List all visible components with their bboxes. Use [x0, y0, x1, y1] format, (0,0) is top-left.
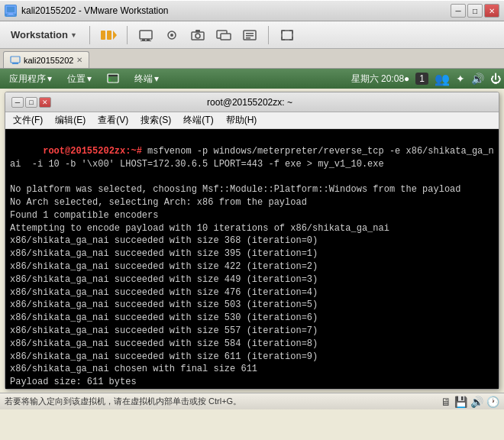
- terminal-menu[interactable]: 终端 ▾: [128, 71, 165, 87]
- svg-text:$ _: $ _: [108, 77, 116, 82]
- term-menu-edit[interactable]: 编辑(E): [50, 113, 90, 128]
- svg-rect-18: [246, 33, 254, 34]
- term-menu-search[interactable]: 搜索(S): [136, 113, 176, 128]
- term-output-6: x86/shikata_ga_nai succeeded with size 3…: [10, 247, 494, 260]
- hdd-icon: 💾: [454, 396, 467, 408]
- statusbar-icons: 🖥 💾 🔊 🕐: [441, 396, 499, 408]
- audio-button[interactable]: [161, 25, 183, 45]
- svg-rect-23: [12, 63, 18, 64]
- window-title: kali20155202 - VMware Workstation: [21, 5, 169, 16]
- location-label: 位置: [67, 73, 86, 86]
- svg-rect-25: [108, 75, 118, 76]
- svg-rect-0: [6, 6, 15, 13]
- workstation-label: Workstation: [11, 29, 68, 40]
- term-menu-view[interactable]: 查看(V): [93, 113, 133, 128]
- svg-rect-6: [140, 31, 152, 39]
- clock-icon: 🕐: [486, 396, 499, 408]
- term-output-1: No platform was selected, choosing Msf::…: [10, 183, 494, 196]
- svg-rect-13: [195, 30, 200, 32]
- term-output-2: No Arch selected, selecting Arch: x86 fr…: [10, 196, 494, 209]
- svg-rect-3: [101, 31, 105, 40]
- settings-button[interactable]: [239, 25, 260, 45]
- apps-label: 应用程序: [9, 73, 46, 86]
- terminal-label: 终端: [134, 73, 153, 86]
- vm-tab-label: kali20155202: [24, 56, 73, 65]
- vmware-toolbar: Workstation ▼: [0, 21, 504, 49]
- workstation-menu[interactable]: Workstation ▼: [6, 28, 82, 42]
- send-ctrlaltdel-button[interactable]: [135, 25, 157, 45]
- workspace-badge[interactable]: 1: [415, 73, 428, 85]
- terminal-command-line: root@20155202zx:~# msfvenom -p windows/m…: [10, 132, 494, 183]
- maximize-button[interactable]: □: [467, 4, 483, 18]
- location-menu[interactable]: 位置 ▾: [61, 71, 98, 87]
- term-output-3: Found 1 compatible encoders: [10, 209, 494, 222]
- title-bar-left: kali20155202 - VMware Workstation: [5, 5, 169, 17]
- day-time-label: 星期六 20:08●: [351, 73, 410, 86]
- apps-arrow: ▾: [47, 73, 52, 84]
- toolbar-sep-2: [127, 26, 128, 44]
- term-output-8: x86/shikata_ga_nai succeeded with size 4…: [10, 273, 494, 286]
- power-icon[interactable]: ⏻: [490, 73, 501, 85]
- vm-tab[interactable]: kali20155202 ✕: [3, 51, 89, 68]
- terminal-win-buttons: ─ □ ✕: [11, 97, 51, 108]
- svg-point-11: [170, 34, 173, 37]
- close-button[interactable]: ✕: [484, 4, 499, 18]
- fullscreen-button[interactable]: [276, 25, 298, 45]
- minimize-button[interactable]: ─: [451, 4, 466, 18]
- term-output-16: Payload size: 611 bytes: [10, 376, 494, 389]
- term-output-14: x86/shikata_ga_nai succeeded with size 6…: [10, 351, 494, 364]
- svg-rect-7: [142, 39, 145, 40]
- svg-rect-19: [246, 35, 254, 37]
- svg-rect-20: [246, 37, 250, 39]
- vm-tab-bar: kali20155202 ✕: [0, 49, 504, 69]
- play-button[interactable]: [98, 25, 119, 45]
- svg-rect-4: [107, 31, 111, 40]
- terminal-prompt: root@20155202zx:~#: [43, 146, 147, 157]
- svg-rect-2: [7, 15, 15, 15]
- terminal-arrow: ▾: [154, 73, 159, 84]
- apps-menu[interactable]: 应用程序 ▾: [3, 71, 58, 87]
- speaker-status-icon: 🔊: [470, 396, 483, 408]
- title-bar: kali20155202 - VMware Workstation ─ □ ✕: [0, 0, 504, 21]
- term-output-9: x86/shikata_ga_nai succeeded with size 4…: [10, 286, 494, 299]
- brightness-icon: ✦: [456, 73, 465, 85]
- users-icon: 👥: [435, 72, 450, 86]
- toolbar-sep-1: [89, 26, 90, 44]
- term-output-10: x86/shikata_ga_nai succeeded with size 5…: [10, 299, 494, 312]
- term-menu-help[interactable]: 帮助(H): [221, 113, 262, 128]
- speaker-icon: 🔊: [471, 73, 484, 85]
- term-menu-terminal[interactable]: 终端(T): [179, 113, 218, 128]
- dropdown-arrow-icon: ▼: [70, 31, 77, 39]
- terminal-icon-area: $ _: [101, 72, 125, 86]
- network-icon: 🖥: [441, 396, 451, 408]
- statusbar-text: 若要将输入定向到该虚拟机，请在虚拟机内部单击或按 Ctrl+G。: [5, 396, 435, 407]
- svg-rect-1: [8, 13, 13, 15]
- term-menu-file[interactable]: 文件(F): [8, 113, 47, 128]
- terminal-minimize-btn[interactable]: ─: [11, 97, 24, 108]
- kali-menubar: 应用程序 ▾ 位置 ▾ $ _ 终端 ▾ 星期六 20:08● 1 👥 ✦ 🔊 …: [0, 69, 504, 89]
- terminal-menu-bar: 文件(F) 编辑(E) 查看(V) 搜索(S) 终端(T) 帮助(H): [5, 112, 499, 129]
- terminal-body[interactable]: root@20155202zx:~# msfvenom -p windows/m…: [5, 129, 499, 389]
- term-output-11: x86/shikata_ga_nai succeeded with size 5…: [10, 312, 494, 325]
- term-output-5: x86/shikata_ga_nai succeeded with size 3…: [10, 235, 494, 247]
- toolbar-sep-3: [268, 26, 269, 44]
- svg-rect-21: [282, 31, 292, 40]
- app-icon: [5, 5, 17, 17]
- vm-tab-close-button[interactable]: ✕: [76, 56, 82, 64]
- terminal-maximize-btn[interactable]: □: [25, 97, 37, 108]
- svg-marker-5: [113, 31, 117, 40]
- terminal-window: ─ □ ✕ root@20155202zx: ~ 文件(F) 编辑(E) 查看(…: [5, 92, 499, 390]
- term-output-15: x86/shikata_ga_nai chosen with final siz…: [10, 363, 494, 376]
- term-output-7: x86/shikata_ga_nai succeeded with size 4…: [10, 260, 494, 273]
- svg-rect-16: [221, 34, 231, 40]
- title-controls: ─ □ ✕: [451, 4, 499, 18]
- svg-rect-9: [141, 40, 151, 41]
- clone-button[interactable]: [213, 25, 234, 45]
- term-output-13: x86/shikata_ga_nai succeeded with size 5…: [10, 338, 494, 351]
- kali-status-area: 星期六 20:08● 1 👥 ✦ 🔊 ⏻: [351, 72, 501, 86]
- terminal-title: root@20155202zx: ~: [51, 97, 448, 108]
- snapshot-button[interactable]: [187, 25, 208, 45]
- terminal-close-btn[interactable]: ✕: [39, 97, 51, 108]
- terminal-titlebar: ─ □ ✕ root@20155202zx: ~: [5, 92, 499, 112]
- svg-rect-8: [147, 39, 150, 40]
